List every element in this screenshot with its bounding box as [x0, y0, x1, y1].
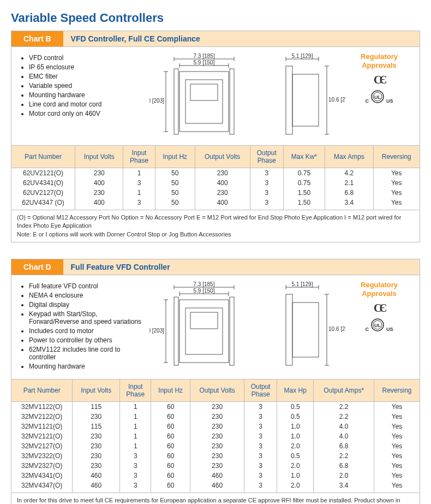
- table-cell: 6.8: [314, 461, 374, 471]
- chart-b-label: Chart B: [11, 31, 63, 46]
- chart-d-diagrams: 7.3 [185] 5.9 [150] 8.0 [203] 5.1 [129] …: [149, 281, 346, 373]
- table-cell: 1.0: [277, 422, 314, 431]
- table-cell: 3.4: [325, 198, 373, 210]
- column-header: Max Kw*: [283, 146, 325, 168]
- table-cell: 32MV1122(O): [11, 402, 73, 412]
- table-cell: 3: [120, 471, 151, 481]
- svg-rect-52: [292, 303, 319, 357]
- front-view-icon: 7.3 [185] 5.9 [150] 8.0 [203]: [149, 281, 248, 373]
- table-cell: 230: [73, 461, 120, 471]
- column-header: OutputPhase: [250, 146, 283, 168]
- table-cell: 0.75: [283, 168, 325, 179]
- svg-text:5.1 [129]: 5.1 [129]: [292, 281, 313, 287]
- table-cell: 50: [155, 188, 195, 198]
- column-header: Output Amps*: [314, 380, 374, 402]
- approvals-title-2: Approvals: [362, 289, 397, 298]
- table-cell: 115: [73, 422, 120, 431]
- svg-text:5.1 [129]: 5.1 [129]: [292, 53, 313, 59]
- column-header: OutputPhase: [244, 380, 277, 402]
- table-cell: Yes: [374, 451, 420, 461]
- chart-b-features: VFD controlIP 65 enclosureEMC filterVari…: [19, 52, 149, 119]
- table-cell: 32MV1121(O): [11, 422, 73, 431]
- table-cell: Yes: [374, 402, 420, 412]
- table-cell: 50: [155, 198, 195, 210]
- table-cell: 115: [73, 402, 120, 412]
- table-cell: 32MV2121(O): [11, 431, 73, 441]
- table-cell: 230: [190, 412, 244, 422]
- table-cell: 60: [151, 431, 190, 441]
- page-title: Variable Speed Controllers: [11, 11, 420, 25]
- table-row: 62UV4341(O)40035040030.752.1Yes: [11, 178, 420, 188]
- ul-mark-icon: C UL US: [346, 90, 412, 104]
- table-cell: Yes: [373, 198, 420, 210]
- chart-b-table: Part NumberInput VoltsInputPhaseInput Hz…: [11, 145, 420, 210]
- table-row: 32MV2122(O)23016023030.52.2Yes: [11, 412, 420, 422]
- table-cell: 62UV2121(O): [11, 168, 75, 179]
- table-cell: 3: [250, 198, 283, 210]
- table-cell: 3: [244, 451, 277, 461]
- table-cell: 32MV4347(O): [11, 481, 73, 493]
- column-header: Part Number: [11, 380, 73, 402]
- table-row: 32MV1122(O)11516023030.52.2Yes: [11, 402, 420, 412]
- table-cell: 3: [244, 412, 277, 422]
- table-cell: 230: [73, 431, 120, 441]
- svg-rect-38: [179, 300, 229, 363]
- chart-b-card: Chart B VFD Controller, Full CE Complian…: [11, 31, 420, 242]
- table-cell: 230: [75, 168, 123, 179]
- table-cell: 62UV2127(O): [11, 188, 75, 198]
- table-cell: Yes: [374, 412, 420, 422]
- table-cell: 6.8: [325, 188, 373, 198]
- table-cell: Yes: [374, 422, 420, 431]
- feature-item: 62MV1122 includes line cord to controlle…: [29, 346, 149, 361]
- table-cell: 3: [244, 461, 277, 471]
- table-cell: 60: [151, 441, 190, 451]
- feature-item: Power to controller by others: [29, 336, 149, 344]
- table-row: 62UV2121(O)23015023030.754.2Yes: [11, 168, 420, 179]
- table-cell: 3: [244, 441, 277, 451]
- table-cell: 50: [155, 178, 195, 188]
- table-cell: 230: [195, 168, 250, 179]
- feature-item: Motor cord only on 460V: [29, 110, 149, 117]
- table-row: 62UV4347 (O)40035040031.503.4Yes: [11, 198, 420, 210]
- feature-item: Includes cord to motor: [29, 327, 149, 335]
- table-cell: 1: [120, 402, 151, 412]
- column-header: Reversing: [374, 380, 420, 402]
- table-cell: 0.5: [277, 451, 314, 461]
- table-cell: 0.5: [277, 402, 314, 412]
- table-cell: 230: [73, 451, 120, 461]
- table-cell: 62UV4341(O): [11, 178, 75, 188]
- table-cell: 32MV2327(O): [11, 461, 73, 471]
- table-cell: 3: [244, 431, 277, 441]
- side-view-icon: 5.1 [129] 10.6 [270]: [264, 281, 346, 373]
- ce-mark-icon: CЄ: [346, 302, 412, 315]
- table-cell: 1: [120, 441, 151, 451]
- table-cell: Yes: [373, 178, 420, 188]
- column-header: Output Volts: [195, 146, 250, 168]
- approvals-title-2: Approvals: [362, 61, 397, 69]
- feature-item: Keypad with Start/Stop, Forward/Reverse …: [29, 310, 149, 325]
- table-cell: 60: [151, 412, 190, 422]
- svg-rect-9: [185, 80, 223, 123]
- table-cell: 0.5: [277, 412, 314, 422]
- table-cell: 32MV2322(O): [11, 451, 73, 461]
- table-cell: 4.0: [314, 422, 374, 431]
- table-cell: 460: [190, 481, 244, 493]
- chart-d-title: Full Feature VFD Controller: [63, 259, 178, 275]
- feature-item: NEMA 4 enclosure: [29, 292, 149, 299]
- table-cell: 2.2: [314, 402, 374, 412]
- svg-text:5.9 [150]: 5.9 [150]: [194, 288, 215, 294]
- svg-rect-41: [174, 297, 178, 365]
- column-header: Input Hz: [151, 380, 190, 402]
- approvals-title-1: Regulatory: [361, 281, 398, 289]
- table-cell: 1.0: [277, 431, 314, 441]
- table-cell: 3: [244, 422, 277, 431]
- chart-d-approvals: Regulatory Approvals CЄ C UL US: [346, 281, 412, 332]
- chart-d-label: Chart D: [11, 259, 63, 275]
- table-cell: 230: [190, 461, 244, 471]
- table-row: 62UV2127(O)23015023031.506.8Yes: [11, 188, 420, 198]
- svg-rect-10: [190, 84, 218, 100]
- svg-rect-8: [179, 72, 229, 132]
- chart-d-footnote-top: In order for this drive to meet full CE …: [11, 493, 420, 504]
- chart-d-features: Full feature VFD controlNEMA 4 enclosure…: [19, 281, 149, 372]
- svg-text:UL: UL: [374, 323, 381, 328]
